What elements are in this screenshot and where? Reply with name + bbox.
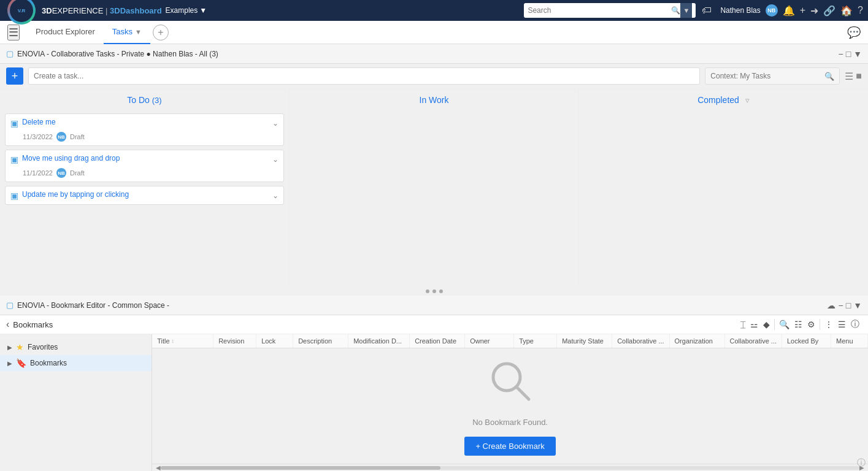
task-item: ▣ Update me by tapping or clicking ⌄ [5,186,284,205]
bk-minimize-btn[interactable]: − [838,301,843,310]
examples-dropdown[interactable]: Examples ▼ [166,6,207,15]
collapse-btn[interactable]: ▼ [853,49,862,59]
create-task-input[interactable] [28,67,700,85]
task-checkbox[interactable]: ▣ [10,118,18,128]
bookmarks-panel-icon: ▢ [6,301,13,310]
context-search-input[interactable] [710,72,822,80]
view-toggle: ☰ ■ [845,71,862,82]
completed-filter-icon[interactable]: ▿ [745,96,750,105]
tasks-panel-title: ENOVIA - Collaborative Tasks - Private ●… [17,50,835,58]
completed-column: Completed ▿ [579,89,868,286]
tag-icon-btn[interactable]: 🏷 [702,5,712,16]
no-bookmark-search-icon [486,356,535,408]
tb-icon1[interactable]: ⌶ [738,318,748,331]
tb-list-btn[interactable]: ☰ [835,318,848,331]
scroll-track[interactable] [161,466,859,470]
tb-more-btn[interactable]: ⋮ [822,318,835,331]
favorites-expand-arrow[interactable]: ▶ [7,344,12,351]
search-input[interactable] [528,6,671,15]
tb-filter-btn[interactable]: ☷ [792,318,805,331]
task-owner-badge: NB [56,132,66,142]
search-dropdown-btn[interactable]: ▼ [680,3,692,18]
tab-product-explorer[interactable]: Product Explorer [27,21,104,44]
task-title[interactable]: Update me by tapping or clicking [22,190,278,199]
help-btn[interactable]: ? [858,5,863,16]
task-expand-icon[interactable]: ⌄ [272,155,278,164]
task-title[interactable]: Delete me [22,118,278,126]
task-date: 11/3/2022 [23,133,53,140]
tasks-panel-icon: ▢ [6,49,13,58]
favorites-label: Favorites [28,343,58,351]
tasks-tab-arrow[interactable]: ▼ [135,28,142,36]
table-header: Title ↕ Revision Lock Description Modifi… [152,334,868,348]
th-lock: Lock [256,334,293,348]
task-status: Draft [70,133,85,140]
breadcrumb-label: Bookmarks [13,320,53,329]
tb-icon3[interactable]: ◆ [761,318,772,331]
grid-view-btn[interactable]: ■ [856,71,862,82]
compass-btn[interactable]: 🏠 [840,5,853,17]
back-btn[interactable]: ‹ [6,319,9,330]
communities-btn[interactable]: 🔗 [823,5,835,17]
bookmark-table-area: Title ↕ Revision Lock Description Modifi… [152,334,868,471]
th-title: Title ↕ [152,334,213,348]
cloud-btn[interactable]: ☁ [827,301,835,310]
add-tab-btn[interactable]: + [153,25,169,40]
panel-info-btn[interactable]: ⓘ [857,458,866,469]
bookmarks-expand-arrow[interactable]: ▶ [7,360,12,367]
todo-items: ▣ Delete me ⌄ 11/3/2022 NB Draft ▣ [0,111,289,211]
task-toolbar: + 🔍 ☰ ■ [0,64,868,89]
th-type: Type [514,334,557,348]
task-checkbox[interactable]: ▣ [10,155,18,164]
th-description: Description [293,334,348,348]
bookmark-sidebar: ▶ ★ Favorites ▶ 🔖 Bookmarks [0,334,152,471]
task-item: ▣ Move me using drag and drop ⌄ 11/1/202… [5,150,284,182]
tb-search-btn[interactable]: 🔍 [777,318,792,331]
user-name: Nathen Blas [720,6,760,15]
th-title-sort[interactable]: ↕ [172,338,175,344]
completed-header: Completed ▿ [579,89,868,111]
sidebar-item-favorites[interactable]: ▶ ★ Favorites [0,339,152,355]
task-expand-icon[interactable]: ⌄ [272,119,278,128]
task-expand-icon[interactable]: ⌄ [272,191,278,200]
task-title[interactable]: Move me using drag and drop [22,154,278,163]
user-badge: NB [766,4,778,17]
svg-line-1 [517,387,529,399]
th-collab2: Collaborative ... [725,334,782,348]
add-btn[interactable]: + [800,5,805,16]
main-layout: ▢ ENOVIA - Collaborative Tasks - Private… [0,44,868,471]
tab-tasks[interactable]: Tasks ▼ [104,21,150,44]
list-view-btn[interactable]: ☰ [845,71,853,82]
context-input[interactable]: 🔍 [705,67,840,85]
inwork-column: In Work [290,89,579,286]
chat-icon-btn[interactable]: 💬 [847,26,861,39]
tb-info-btn[interactable]: ⓘ [848,318,862,331]
no-bookmark-area: No Bookmark Found. + Create Bookmark [152,348,868,464]
th-locked-by: Locked By [782,334,831,348]
tb-icon4[interactable]: ⚙ [805,318,818,331]
notifications-btn[interactable]: 🔔 [783,5,795,17]
task-item: ▣ Delete me ⌄ 11/3/2022 NB Draft [5,113,284,146]
bk-maximize-btn[interactable]: □ [846,301,851,310]
tb-icon2[interactable]: ⚍ [748,318,761,331]
todo-column: To Do (3) ▣ Delete me ⌄ 11/3/2022 NB [0,89,290,286]
th-maturity: Maturity State [557,334,612,348]
bookmarks-breadcrumb-bar: ‹ Bookmarks ⌶ ⚍ ◆ 🔍 ☷ ⚙ ⋮ ☰ ⓘ [0,315,868,334]
horizontal-scrollbar[interactable]: ◀ ▶ [152,464,868,471]
context-search-icon: 🔍 [824,72,834,81]
bookmarks-icon: 🔖 [16,358,26,368]
global-search-box[interactable]: 🔍 ▼ [524,3,696,18]
scroll-left-btn[interactable]: ◀ [156,464,161,471]
th-creation: Creation Date [410,334,465,348]
share-btn[interactable]: ➜ [810,5,818,17]
three-dots-separator [0,287,868,296]
create-bookmark-btn[interactable]: + Create Bookmark [464,437,555,456]
hamburger-btn[interactable]: ☰ [7,25,20,40]
bk-collapse-btn[interactable]: ▼ [853,301,862,310]
add-task-btn[interactable]: + [6,67,23,85]
th-modification: Modification D... [348,334,410,348]
sidebar-item-bookmarks[interactable]: ▶ 🔖 Bookmarks [0,355,152,371]
minimize-btn[interactable]: − [838,49,843,59]
task-checkbox[interactable]: ▣ [10,191,18,201]
maximize-btn[interactable]: □ [846,49,851,59]
